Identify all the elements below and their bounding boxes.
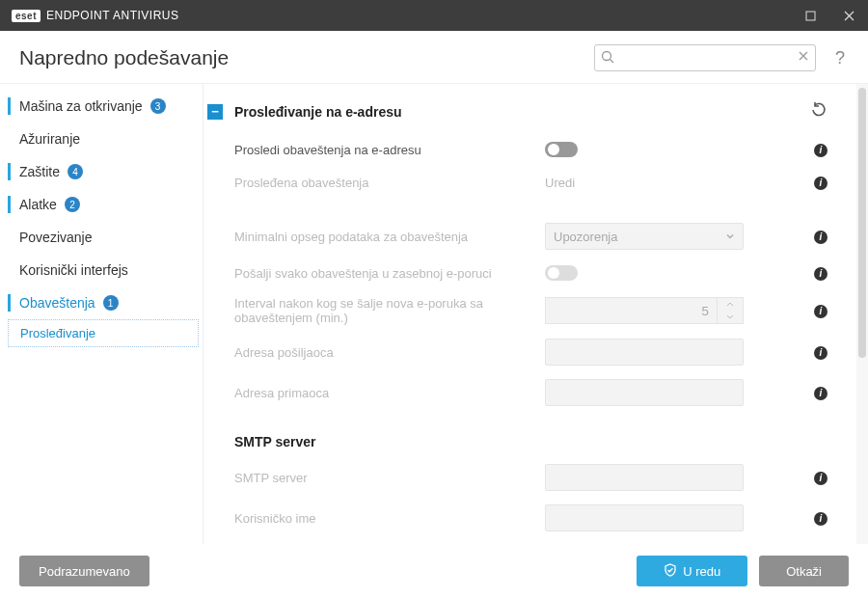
sidebar-item-label: Povezivanje — [19, 230, 93, 245]
defaults-button[interactable]: Podrazumevano — [19, 556, 149, 586]
sidebar-item-update[interactable]: Ažuriranje — [0, 122, 203, 155]
section-title: Prosleđivanje na e-adresu — [234, 104, 402, 120]
label-recipient-address: Adresa primaoca — [207, 386, 545, 400]
cancel-button[interactable]: Otkaži — [759, 556, 849, 586]
select-min-scope: Upozorenja — [545, 223, 744, 250]
edit-forwarded-link[interactable]: Uredi — [545, 176, 575, 190]
label-interval: Interval nakon kog se šalje nova e-poruk… — [207, 296, 545, 325]
info-icon[interactable]: i — [814, 175, 827, 190]
sidebar-item-label: Ažuriranje — [19, 131, 80, 147]
label-smtp-user: Korisničko ime — [207, 511, 545, 526]
info-icon[interactable]: i — [814, 303, 827, 318]
window-close-button[interactable] — [829, 0, 868, 31]
info-icon[interactable]: i — [814, 344, 827, 360]
input-recipient-address — [545, 379, 744, 406]
input-sender-address — [545, 339, 744, 366]
ok-button[interactable]: U redu — [637, 556, 747, 586]
label-sender-address: Adresa pošiljaoca — [207, 345, 545, 360]
label-send-each: Pošalji svako obaveštenja u zasebnoj e-p… — [207, 266, 545, 281]
info-icon[interactable]: i — [814, 510, 827, 526]
sidebar-item-connection[interactable]: Povezivanje — [0, 221, 203, 254]
toggle-forward-notifications[interactable] — [545, 142, 578, 157]
svg-rect-0 — [806, 12, 815, 20]
sidebar-item-label: Obaveštenja — [19, 295, 95, 311]
app-brand: eset ENDPOINT ANTIVIRUS — [12, 9, 178, 22]
minus-icon: − — [211, 105, 219, 118]
sidebar-badge: 3 — [150, 98, 166, 114]
settings-panel: − Prosleđivanje na e-adresu Prosledi oba… — [203, 84, 856, 544]
info-icon[interactable]: i — [814, 470, 827, 485]
sidebar-item-tools[interactable]: Alatke 2 — [0, 188, 203, 221]
revert-icon[interactable] — [810, 101, 827, 122]
window-maximize-button[interactable] — [791, 0, 829, 31]
sidebar-item-label: Zaštite — [19, 164, 60, 179]
sidebar-item-notifications[interactable]: Obaveštenja 1 — [0, 286, 203, 319]
label-min-scope: Minimalni opseg podataka za obaveštenja — [207, 230, 545, 244]
smtp-section-title: SMTP server — [207, 413, 827, 457]
toggle-send-each — [545, 265, 578, 281]
shield-check-icon — [664, 563, 677, 580]
sidebar-item-detection-engine[interactable]: Mašina za otkrivanje 3 — [0, 90, 203, 122]
sidebar-item-ui[interactable]: Korisnički interfejs — [0, 254, 203, 286]
sidebar-badge: 4 — [68, 164, 83, 179]
sidebar-item-label: Mašina za otkrivanje — [19, 98, 143, 114]
sidebar-badge: 1 — [103, 295, 119, 311]
scrollbar-thumb[interactable] — [858, 88, 866, 358]
label-forwarded-notifications: Prosleđena obaveštenja — [207, 176, 545, 190]
info-icon[interactable]: i — [814, 229, 827, 244]
sidebar-item-label: Alatke — [19, 197, 57, 212]
search-box — [594, 44, 816, 71]
info-icon[interactable]: i — [814, 142, 827, 157]
clear-search-icon[interactable] — [797, 49, 810, 66]
sidebar-subitem-label: Prosleđivanje — [20, 326, 95, 340]
input-interval — [545, 297, 717, 324]
brand-text: ENDPOINT ANTIVIRUS — [46, 9, 178, 22]
svg-point-1 — [602, 52, 610, 61]
scrollbar[interactable] — [856, 84, 868, 544]
info-icon[interactable]: i — [814, 265, 827, 281]
search-icon — [600, 49, 615, 68]
input-smtp-server — [545, 464, 744, 491]
sidebar-item-label: Korisnički interfejs — [19, 262, 128, 278]
input-smtp-user — [545, 504, 744, 531]
label-smtp-server: SMTP server — [207, 471, 545, 485]
sidebar-subitem-forwarding[interactable]: Prosleđivanje — [8, 319, 199, 347]
chevron-down-icon — [725, 230, 735, 244]
spin-up-button — [718, 298, 743, 311]
collapse-section-button[interactable]: − — [207, 104, 223, 120]
info-icon[interactable]: i — [814, 385, 827, 400]
spin-down-button — [718, 311, 743, 323]
sidebar-item-protections[interactable]: Zaštite 4 — [0, 155, 203, 188]
sidebar: Mašina za otkrivanje 3 Ažuriranje Zaštit… — [0, 84, 203, 544]
help-button[interactable]: ? — [831, 48, 849, 68]
brand-badge: eset — [12, 10, 41, 22]
label-forward-notifications: Prosledi obaveštenja na e-adresu — [207, 143, 545, 157]
search-input[interactable] — [594, 44, 816, 71]
select-value: Upozorenja — [554, 230, 618, 244]
page-title: Napredno podešavanje — [19, 46, 229, 69]
sidebar-badge: 2 — [65, 197, 80, 212]
